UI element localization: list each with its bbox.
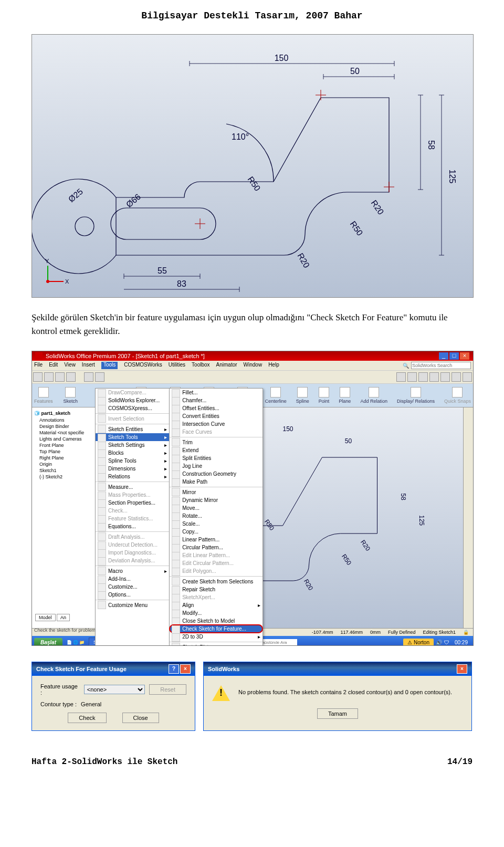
tray-icon[interactable]: 🛡 bbox=[444, 640, 449, 645]
menu-item[interactable]: Dimensions▸ bbox=[96, 465, 169, 473]
menu-item[interactable]: Measure... bbox=[96, 482, 169, 491]
tree-item[interactable]: Lights and Cameras bbox=[34, 436, 94, 442]
menu-item[interactable]: Undercut Detection... bbox=[96, 541, 169, 549]
close-button[interactable]: × bbox=[460, 352, 469, 360]
tb-rebuild-icon[interactable] bbox=[84, 372, 93, 382]
menu-item[interactable]: Customize... bbox=[96, 583, 169, 591]
menu-item[interactable]: Modify... bbox=[170, 609, 262, 617]
menu-item[interactable]: Blocks▸ bbox=[96, 449, 169, 457]
tb-rotate-icon[interactable] bbox=[418, 372, 428, 382]
menu-help[interactable]: Help bbox=[268, 362, 279, 369]
menu-item[interactable]: Macro▸ bbox=[96, 566, 169, 575]
task-pane[interactable] bbox=[463, 407, 473, 628]
menu-item[interactable]: COSMOSXpress... bbox=[96, 404, 169, 412]
menu-item[interactable]: Edit Polygon... bbox=[170, 567, 262, 575]
menu-item[interactable]: Sketch Tools▸ bbox=[96, 433, 169, 441]
menu-item[interactable]: Edit Circular Pattern... bbox=[170, 559, 262, 567]
tb-wireframe-icon[interactable] bbox=[452, 372, 461, 382]
tb-section-icon[interactable] bbox=[463, 372, 472, 382]
menu-item[interactable]: Customize Menu bbox=[96, 600, 169, 609]
check-button[interactable]: Check bbox=[68, 713, 106, 723]
tree-item[interactable]: Origin bbox=[34, 461, 94, 467]
menu-item[interactable]: Chamfer... bbox=[170, 396, 262, 404]
ql-icon[interactable]: 🌐 bbox=[73, 640, 78, 645]
menu-animator[interactable]: Animator bbox=[216, 362, 237, 369]
tb-pan-icon[interactable] bbox=[429, 372, 439, 382]
rb-plane[interactable]: Plane bbox=[339, 387, 351, 404]
menu-item[interactable]: Check Sketch for Feature... bbox=[170, 625, 262, 633]
help-button[interactable]: ? bbox=[169, 664, 179, 674]
menu-item[interactable]: Sketch Settings▸ bbox=[96, 441, 169, 449]
rb-quick-snaps[interactable]: Quick Snaps bbox=[444, 387, 471, 404]
menu-item[interactable]: Offset Entities... bbox=[170, 404, 262, 412]
tree-item[interactable]: Material <not specifie bbox=[34, 430, 94, 436]
menu-item[interactable]: Create Sketch from Selections bbox=[170, 576, 262, 585]
menu-item[interactable]: Check... bbox=[96, 507, 169, 515]
tray-icon[interactable]: 🔊 bbox=[436, 640, 442, 645]
menu-item[interactable]: Feature Statistics... bbox=[96, 515, 169, 522]
menu-item[interactable]: Extend bbox=[170, 446, 262, 454]
tb-new-icon[interactable] bbox=[33, 372, 43, 382]
rb-point[interactable]: Point bbox=[319, 387, 330, 404]
menu-item[interactable]: Mass Properties... bbox=[96, 491, 169, 499]
menu-item[interactable]: Draft Analysis... bbox=[96, 531, 169, 541]
menu-item[interactable]: Convert Entities bbox=[170, 412, 262, 420]
menu-cosmos[interactable]: COSMOSWorks bbox=[124, 362, 162, 369]
tree-item[interactable]: Front Plane bbox=[34, 442, 94, 448]
tree-item[interactable]: Top Plane bbox=[34, 448, 94, 455]
tree-item[interactable]: (-) Sketch2 bbox=[34, 474, 94, 480]
menu-item[interactable]: Rotate... bbox=[170, 512, 262, 520]
menu-item[interactable]: Repair Sketch bbox=[170, 585, 262, 593]
menu-item[interactable]: Split Entities bbox=[170, 454, 262, 462]
menu-item[interactable]: Equations... bbox=[96, 522, 169, 530]
menu-item[interactable]: Face Curves bbox=[170, 428, 262, 436]
menu-insert[interactable]: Insert bbox=[82, 362, 95, 369]
menu-item[interactable]: Sketch Picture... bbox=[170, 642, 262, 646]
menu-item[interactable]: Import Diagnostics... bbox=[96, 549, 169, 557]
menu-item[interactable]: Dynamic Mirror bbox=[170, 496, 262, 504]
start-button[interactable]: Başlat bbox=[34, 638, 62, 646]
menu-item[interactable]: Copy... bbox=[170, 528, 262, 536]
tree-item[interactable]: Right Plane bbox=[34, 455, 94, 461]
menu-item[interactable]: Intersection Curve bbox=[170, 420, 262, 428]
menu-item[interactable]: Circular Pattern... bbox=[170, 543, 262, 551]
menu-item[interactable]: Align▸ bbox=[170, 601, 262, 609]
tb-shaded-icon[interactable] bbox=[440, 372, 450, 382]
close-button[interactable]: × bbox=[180, 664, 191, 674]
rb-add-relation[interactable]: Add Relation bbox=[360, 387, 387, 404]
tree-item[interactable]: Sketch1 bbox=[34, 467, 94, 474]
tab-an[interactable]: An bbox=[57, 614, 70, 621]
menu-item[interactable]: DrawCompare... bbox=[96, 389, 169, 396]
menu-item[interactable]: Edit Linear Pattern... bbox=[170, 551, 262, 559]
search-input[interactable] bbox=[411, 362, 471, 369]
rb-sketch[interactable]: Sketch bbox=[64, 387, 78, 404]
menu-item[interactable]: Sketch Entities▸ bbox=[96, 424, 169, 433]
menu-item[interactable]: Section Properties... bbox=[96, 499, 169, 507]
tb-print-icon[interactable] bbox=[66, 372, 76, 382]
feature-usage-select[interactable]: <none> bbox=[84, 685, 145, 694]
menu-item[interactable]: Linear Pattern... bbox=[170, 536, 262, 543]
rb-centerline[interactable]: Centerline bbox=[265, 387, 287, 404]
menu-edit[interactable]: Edit bbox=[49, 362, 58, 369]
close-button[interactable]: × bbox=[457, 664, 467, 674]
menu-item[interactable]: Trim bbox=[170, 437, 262, 446]
tb-save-icon[interactable] bbox=[55, 372, 65, 382]
tree-item[interactable]: Annotations bbox=[34, 417, 94, 423]
menu-item[interactable]: Fillet... bbox=[170, 389, 262, 396]
menu-item[interactable]: Construction Geometry bbox=[170, 470, 262, 478]
tb-zoom-icon[interactable] bbox=[396, 372, 406, 382]
menu-item[interactable]: Make Path bbox=[170, 478, 262, 486]
menu-item[interactable]: Options... bbox=[96, 591, 169, 599]
menu-item[interactable]: Close Sketch to Model bbox=[170, 617, 262, 625]
menu-utilities[interactable]: Utilities bbox=[169, 362, 185, 369]
rb-display-relations[interactable]: Display/ Relations bbox=[397, 387, 435, 404]
norton-button[interactable]: ⚠ Norton bbox=[403, 639, 434, 646]
reset-button[interactable]: Reset bbox=[149, 684, 186, 695]
tab-model[interactable]: Model bbox=[35, 614, 56, 621]
menu-item[interactable]: Jog Line bbox=[170, 462, 262, 470]
menu-item[interactable]: Add-Ins... bbox=[96, 575, 169, 583]
menu-item[interactable]: Spline Tools▸ bbox=[96, 457, 169, 465]
menu-item[interactable]: Deviation Analysis... bbox=[96, 557, 169, 564]
menu-item[interactable]: SketchXpert... bbox=[170, 593, 262, 601]
menu-item[interactable]: Move... bbox=[170, 504, 262, 512]
